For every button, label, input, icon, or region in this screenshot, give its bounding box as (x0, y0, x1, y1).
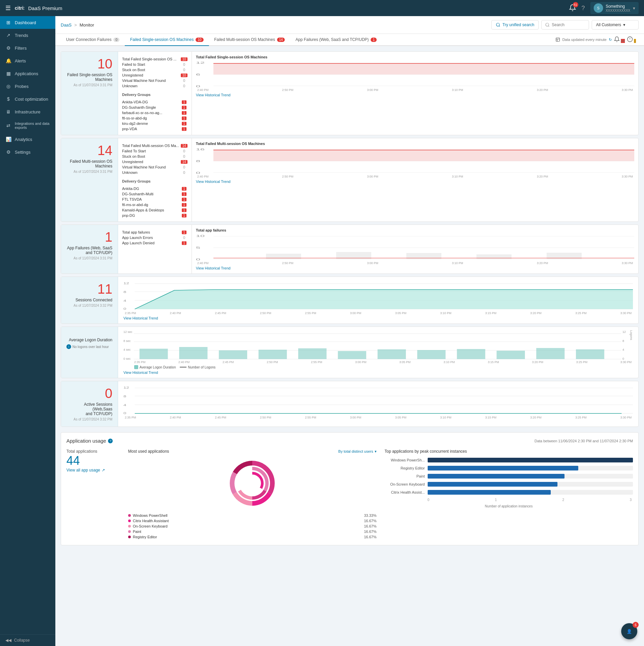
content-area: DaaS > Monitor Try unified search All Cu… (55, 16, 644, 646)
tab-failed-single[interactable]: Failed Single-session OS Machines 10 (125, 34, 209, 46)
search-input[interactable] (552, 22, 585, 27)
app-failures-chart-svg: 10 5 0 (196, 234, 634, 260)
sidebar-item-cost-optimization[interactable]: $ Cost optimization (0, 93, 55, 105)
donut-filter[interactable]: By total distinct users ▾ (338, 449, 377, 454)
tab-failed-multi-label: Failed Multi-session OS Machines (214, 37, 275, 42)
notification-button-1[interactable]: 54 (614, 36, 625, 43)
svg-rect-55 (338, 351, 366, 359)
user-section[interactable]: S Something XXXXXXXXXXX ▾ (590, 2, 639, 14)
failed-single-view-historical[interactable]: View Historical Trend (196, 93, 634, 97)
legend-logons-label: Number of Logons (188, 365, 215, 369)
sidebar-item-probes[interactable]: ◎ Probes (0, 80, 55, 93)
svg-rect-56 (377, 349, 406, 359)
sidebar-item-filters[interactable]: ⚙ Filters (0, 42, 55, 54)
sidebar-collapse[interactable]: ◀◀ Collapse (0, 634, 55, 646)
svg-text:0: 0 (123, 411, 126, 415)
sidebar-item-settings[interactable]: ⚙ Settings (0, 146, 55, 158)
legend-duration-label: Average Logon Duration (140, 365, 176, 369)
view-all-link[interactable]: View all app usage ↗ (66, 468, 120, 473)
sidebar-item-applications[interactable]: ▦ Applications (0, 67, 55, 80)
svg-rect-15 (213, 63, 634, 74)
sidebar-item-analytics[interactable]: 📊 Analytics (0, 133, 55, 146)
breadcrumb-parent[interactable]: DaaS (61, 22, 72, 28)
sidebar-item-dashboard[interactable]: ⊞ Dashboard (0, 16, 55, 29)
dg-item: DG-Sushanth-Multi 1 (122, 191, 187, 197)
svg-rect-54 (298, 348, 326, 359)
notif2-count: 1 (634, 39, 636, 43)
failed-multi-label: Failed Multi-session OS Machines (66, 159, 112, 168)
app-failures-view-historical[interactable]: View Historical Trend (196, 266, 634, 270)
fab-button[interactable]: 👤 6 (621, 623, 637, 639)
failed-single-timestamp: As of 11/07/2024 3:31 PM (66, 83, 112, 87)
svg-rect-5 (556, 38, 560, 42)
trends-icon: ↗ (5, 32, 11, 38)
sidebar-item-infrastructure[interactable]: 🖥 Infrastructure (0, 105, 55, 118)
donut-chart-svg (225, 456, 279, 510)
legend-item: Registry Editor 16.67% (128, 534, 377, 540)
bar-row: Windows PowerSh... (385, 458, 633, 462)
dg-item: DG-Sushanth-Single 1 (122, 105, 187, 110)
search-box[interactable] (541, 20, 589, 30)
app-usage-date: Data between 11/06/2024 2:30 PM and 11/0… (534, 439, 633, 443)
tab-app-failures[interactable]: App Failures (Web, SaaS and TCP/UDP) 1 (290, 34, 382, 46)
svg-marker-45 (135, 290, 633, 309)
failed-multi-view-historical[interactable]: View Historical Trend (196, 180, 634, 184)
hamburger-icon[interactable]: ☰ (5, 4, 11, 12)
refresh-icon[interactable]: ↻ (609, 38, 612, 42)
integrations-icon: ⇄ (5, 122, 11, 129)
bar-row: On-Screen Keyboard (385, 482, 633, 487)
sessions-chart-svg: 12 8 4 0 (123, 280, 633, 310)
top-header: ☰ citrix DaaS Premium 51 ? S Something X… (0, 0, 644, 16)
customers-chevron-icon: ▾ (623, 22, 625, 27)
svg-text:4: 4 (123, 403, 126, 407)
breadcrumb-bar: DaaS > Monitor Try unified search All Cu… (55, 16, 644, 34)
svg-rect-60 (536, 348, 564, 359)
failure-item: Failed To Start 0 (122, 148, 187, 154)
logon-chart-svg (134, 330, 621, 360)
svg-rect-31 (266, 254, 301, 259)
failure-item: App Launch Errors 0 (122, 235, 187, 240)
logon-view-historical[interactable]: View Historical Trend (123, 370, 633, 375)
sessions-label: Sessions Connected (66, 298, 112, 302)
help-icon[interactable]: ? (582, 5, 585, 12)
svg-rect-57 (417, 350, 445, 359)
svg-text:0: 0 (123, 307, 126, 310)
fab-icon: 👤 (627, 629, 632, 634)
notification-bell[interactable]: 51 (569, 4, 576, 12)
sessions-section: 11 Sessions Connected As of 11/07/2024 3… (61, 277, 639, 324)
delivery-groups-title: Delivery Groups (122, 91, 187, 98)
sidebar-item-alerts[interactable]: 🔔 Alerts (0, 54, 55, 67)
app-failures-label: App Failures (Web, SaaS and TCP/UDP) (66, 246, 112, 255)
sidebar-item-integrations[interactable]: ⇄ Integrations and data exports (0, 118, 55, 133)
app-usage-help-icon[interactable]: ? (108, 439, 113, 443)
failed-multi-value: 14 (66, 144, 112, 157)
failure-item: Unknown 0 (122, 83, 187, 89)
failed-single-section: 10 Failed Single-session OS Machines As … (61, 51, 639, 135)
logon-duration-legend: Average Logon Duration (134, 365, 176, 369)
no-logons-text: No logons over last hour (72, 345, 109, 349)
dg-item: ftl-ms-sr-abd-dg 1 (122, 202, 187, 207)
failed-multi-section: 14 Failed Multi-session OS Machines As o… (61, 138, 639, 222)
tab-failed-multi[interactable]: Failed Multi-session OS Machines 14 (209, 34, 290, 46)
most-used-title: Most used applications (128, 449, 169, 454)
breadcrumb-sep: > (74, 22, 77, 28)
active-sessions-label: Active Sessions (Web,Saas and TCP/UDP) (66, 402, 112, 416)
svg-point-1 (496, 23, 499, 26)
unified-search-button[interactable]: Try unified search (491, 20, 539, 30)
sidebar-item-trends[interactable]: ↗ Trends (0, 29, 55, 42)
svg-text:12: 12 (123, 282, 129, 285)
notification-button-2[interactable]: 1 (627, 36, 636, 43)
active-sessions-timestamp: As of 11/07/2024 3:32 PM (66, 417, 112, 421)
filter-chevron-icon: ▾ (375, 449, 377, 454)
customers-select[interactable]: All Customers ▾ (592, 20, 639, 30)
failure-item: App Launch Denied 1 (122, 240, 187, 246)
sidebar-label-applications: Applications (15, 71, 38, 76)
sessions-view-historical[interactable]: View Historical Trend (123, 316, 633, 320)
sessions-left: 11 Sessions Connected As of 11/07/2024 3… (61, 277, 118, 324)
dg-item: Ankita-DG 1 (122, 186, 187, 191)
svg-rect-59 (496, 351, 525, 359)
failure-item: Virtual Machine Not Found 0 (122, 78, 187, 83)
tab-user-connection[interactable]: User Connection Failures 0 (61, 34, 125, 46)
svg-text:0: 0 (196, 85, 200, 87)
tabs-bar: User Connection Failures 0 Failed Single… (55, 34, 644, 46)
